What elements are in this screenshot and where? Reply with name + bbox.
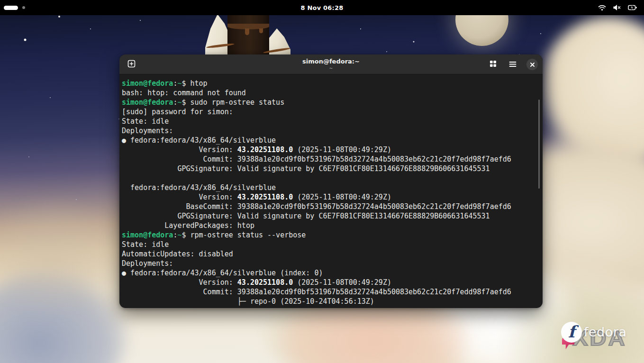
new-tab-button[interactable] (125, 58, 137, 71)
workspace-dot[interactable] (22, 6, 25, 9)
fedora-wordmark: fedora (584, 325, 626, 339)
terminal-output: simon@fedora:~$ htopbash: htop: command … (122, 79, 536, 306)
main-menu-button[interactable] (507, 58, 519, 71)
workspace-indicator[interactable] (0, 0, 25, 15)
gnome-top-bar: 8 Nov 06:28 (0, 0, 644, 15)
terminal-line: Version: 43.20251108.0 (2025-11-08T00:49… (122, 278, 536, 287)
terminal-scrollbar-thumb[interactable] (538, 100, 540, 189)
terminal-line: fedora:fedora/43/x86_64/silverblue (122, 183, 536, 192)
terminal-line: simon@fedora:~$ htop (122, 79, 536, 88)
terminal-line: Deployments: (122, 259, 536, 268)
terminal-viewport[interactable]: simon@fedora:~$ htopbash: htop: command … (119, 74, 543, 308)
terminal-line: GPGSignature: Valid signature by C6E7F08… (122, 164, 536, 173)
wifi-icon (598, 4, 606, 11)
volume-muted-icon (613, 4, 621, 11)
terminal-line: simon@fedora:~$ sudo rpm-ostree status (122, 98, 536, 107)
terminal-header-bar[interactable]: simon@fedora:~ ~ (119, 54, 543, 74)
terminal-line: [sudo] password for simon: (122, 107, 536, 117)
clock[interactable]: 8 Nov 06:28 (301, 4, 344, 11)
new-tab-icon (127, 60, 136, 70)
terminal-line: Version: 43.20251108.0 (2025-11-08T00:49… (122, 192, 536, 202)
terminal-line: AutomaticUpdates: disabled (122, 249, 536, 259)
terminal-line: Deployments: (122, 126, 536, 136)
terminal-window: simon@fedora:~ ~ (119, 54, 543, 308)
terminal-line: BaseCommit: 39388a1e20cd9f0bf531967b58d3… (122, 202, 536, 211)
close-icon (530, 62, 535, 67)
terminal-line: Version: 43.20251108.0 (2025-11-08T00:49… (122, 145, 536, 154)
window-title: simon@fedora:~ (302, 58, 360, 65)
tab-overview-icon (490, 60, 497, 69)
close-window-button[interactable] (526, 59, 538, 70)
terminal-line: GPGSignature: Valid signature by C6E7F08… (122, 211, 536, 221)
terminal-line: State: idle (122, 240, 536, 249)
terminal-line: ● fedora:fedora/43/x86_64/silverblue (122, 136, 536, 145)
system-status-area[interactable] (598, 0, 644, 15)
hamburger-menu-icon (509, 60, 517, 69)
terminal-line (122, 173, 536, 183)
terminal-line: LayeredPackages: htop (122, 221, 536, 230)
terminal-line: State: idle (122, 117, 536, 126)
branding-area: XDA f fedora (559, 320, 640, 353)
fedora-logo-icon: f (561, 322, 582, 343)
battery-charging-icon (628, 4, 637, 11)
window-title-block: simon@fedora:~ ~ (302, 57, 360, 71)
workspace-pill-active[interactable] (4, 6, 18, 10)
terminal-line: ├─ repo-0 (2025-10-24T04:56:13Z) (122, 297, 536, 306)
terminal-line: simon@fedora:~$ rpm-ostree status --verb… (122, 230, 536, 240)
tab-overview-button[interactable] (487, 58, 499, 71)
terminal-line: bash: htop: command not found (122, 88, 536, 98)
terminal-line: Commit: 39388a1e20cd9f0bf531967b58d32724… (122, 287, 536, 297)
terminal-line: Commit: 39388a1e20cd9f0bf531967b58d32724… (122, 154, 536, 164)
window-subtitle: ~ (302, 66, 360, 71)
terminal-line: ● fedora:fedora/43/x86_64/silverblue (in… (122, 268, 536, 278)
